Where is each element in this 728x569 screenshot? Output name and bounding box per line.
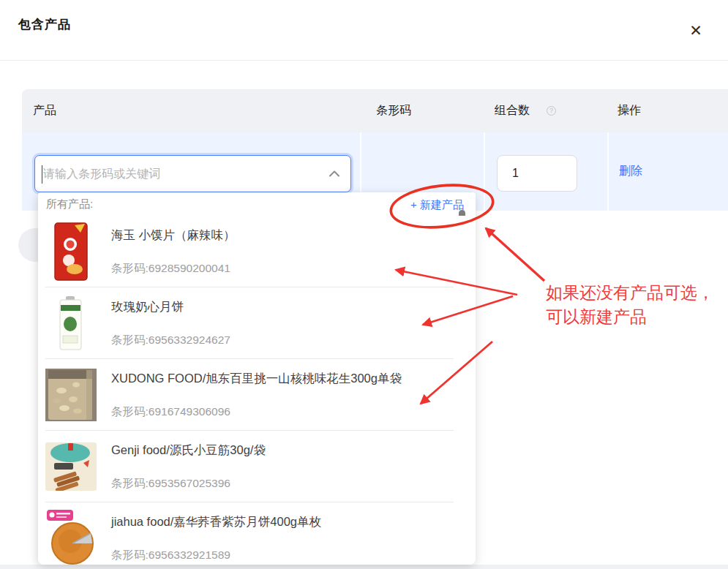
annotation-line-1: 如果还没有产品可选， <box>546 281 714 305</box>
product-barcode: 条形码:6916749306096 <box>111 404 402 420</box>
product-name: 玫瑰奶心月饼 <box>111 299 230 315</box>
combo-count-input[interactable] <box>497 155 577 192</box>
page-background-strip <box>0 565 728 569</box>
product-image <box>45 364 97 426</box>
column-header-combo: 组合数 <box>495 89 530 132</box>
product-option[interactable]: XUDONG FOOD/旭东百里挑一山核桃味花生300g单袋 条形码:69167… <box>38 359 476 431</box>
dropdown-header-label: 所有产品: <box>46 197 93 211</box>
create-product-link[interactable]: + 新建产品 <box>410 198 464 212</box>
column-header-barcode: 条形码 <box>376 89 411 132</box>
annotation-arrow <box>486 228 544 281</box>
product-name: XUDONG FOOD/旭东百里挑一山核桃味花生300g单袋 <box>111 371 402 387</box>
table-header: 产品 条形码 组合数 ? 操作 <box>22 89 728 132</box>
column-divider <box>484 132 485 211</box>
product-barcode: 条形码:6956332921589 <box>111 548 321 563</box>
close-button[interactable]: ✕ <box>683 18 709 44</box>
product-search-select[interactable] <box>34 155 351 192</box>
product-option[interactable]: 玫瑰奶心月饼 条形码:6956332924627 <box>38 287 476 359</box>
column-header-action: 操作 <box>618 89 641 132</box>
text-caret <box>42 165 42 184</box>
close-icon: ✕ <box>689 22 702 39</box>
product-barcode: 条形码:6956332924627 <box>111 333 230 348</box>
product-image <box>45 508 97 565</box>
product-name: jiahua food/嘉华荞香紫苏月饼400g单枚 <box>111 514 321 530</box>
chevron-up-icon[interactable] <box>329 170 339 177</box>
product-image <box>45 293 97 354</box>
product-name: Genji food/源氏小豆筋30g/袋 <box>111 442 266 459</box>
product-option[interactable]: Genji food/源氏小豆筋30g/袋 条形码:6953567025396 <box>38 431 476 502</box>
annotation-text: 如果还没有产品可选， 可以新建产品 <box>546 281 714 329</box>
product-barcode: 条形码:6953567025396 <box>111 476 266 491</box>
help-icon[interactable]: ? <box>547 106 556 116</box>
modal: 包含产品 ✕ 产品 条形码 组合数 ? 操作 删除 <box>0 0 728 569</box>
column-divider <box>607 132 609 211</box>
product-name: 海玉 小馍片（麻辣味） <box>111 227 236 244</box>
product-option[interactable]: 海玉 小馍片（麻辣味） 条形码:6928590200041 <box>38 216 476 287</box>
search-input[interactable] <box>35 167 329 181</box>
annotation-line-2: 可以新建产品 <box>546 305 714 329</box>
product-image <box>45 436 97 497</box>
product-dropdown: 所有产品: + 新建产品 海玉 小馍片（麻辣味） 条形码:69285902000… <box>38 192 476 565</box>
modal-header: 包含产品 ✕ <box>0 0 728 61</box>
product-option[interactable]: jiahua food/嘉华荞香紫苏月饼400g单枚 条形码:695633292… <box>38 502 476 565</box>
product-barcode: 条形码:6928590200041 <box>111 261 236 276</box>
delete-button[interactable]: 删除 <box>619 132 642 211</box>
product-image <box>45 221 97 282</box>
column-header-product: 产品 <box>33 89 56 132</box>
modal-title: 包含产品 <box>18 16 71 33</box>
